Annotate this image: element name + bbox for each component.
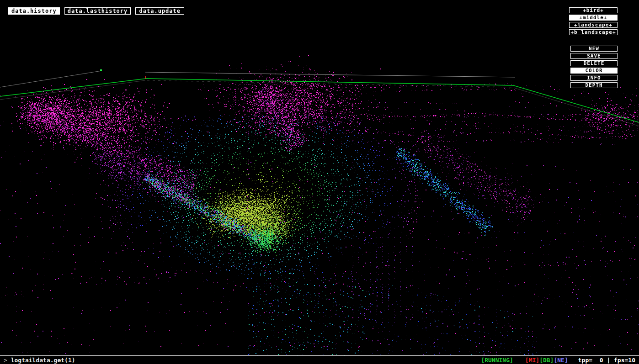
flag-ne-badge: [NE]: [554, 357, 568, 364]
data-tab-bar: data.history data.lasthistory data.updat…: [8, 7, 184, 15]
view-button-b-landscape[interactable]: +b_landscape+: [569, 29, 618, 35]
pointcloud-viewer-app: data.history data.lasthistory data.updat…: [0, 0, 639, 364]
view-button-bird[interactable]: +bird+: [569, 7, 618, 13]
save-button[interactable]: SAVE: [570, 53, 618, 59]
point-cloud-canvas[interactable]: [0, 0, 639, 364]
view-mode-buttons: +bird+ +middle+ +landscape+ +b_landscape…: [569, 7, 618, 35]
tab-data-update[interactable]: data.update: [135, 7, 184, 15]
console-prompt: >: [4, 357, 7, 364]
depth-button[interactable]: DEPTH: [570, 82, 618, 88]
right-status-group: [RUNNING] [MI] [DB] [NE] tpp= 0 | fps=10: [481, 357, 635, 364]
info-button[interactable]: INFO: [570, 75, 618, 81]
console-command[interactable]: logtaildata.get(1): [11, 357, 75, 364]
color-button[interactable]: COLOR: [570, 68, 618, 74]
tab-data-lasthistory[interactable]: data.lasthistory: [64, 7, 131, 15]
delete-button[interactable]: DELETE: [570, 60, 618, 66]
new-button[interactable]: NEW: [570, 46, 618, 52]
status-bar: > logtaildata.get(1) [RUNNING] [MI] [DB]…: [0, 355, 639, 364]
flag-mi-badge: [MI]: [525, 357, 539, 364]
running-badge: [RUNNING]: [481, 357, 513, 364]
action-menu-buttons: NEW SAVE DELETE COLOR INFO DEPTH: [570, 46, 618, 88]
tab-data-history[interactable]: data.history: [8, 7, 60, 15]
view-button-landscape[interactable]: +landscape+: [569, 22, 618, 28]
view-button-middle[interactable]: +middle+: [569, 15, 618, 21]
tpp-fps-metrics: tpp= 0 | fps=10: [578, 357, 635, 364]
flag-db-badge: [DB]: [539, 357, 554, 364]
